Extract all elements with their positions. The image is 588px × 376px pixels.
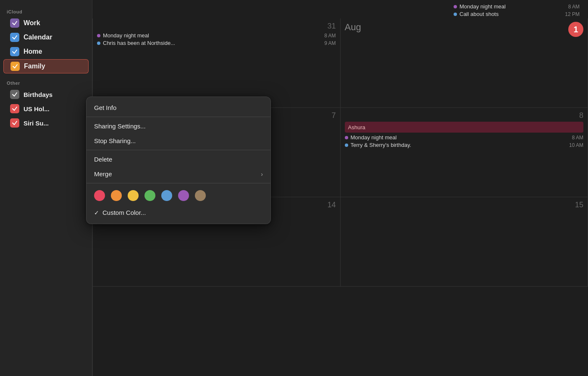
cell-8-event-birthday-title: Terry & Sherry's birthday. xyxy=(351,142,566,148)
cell-8-event-birthday: Terry & Sherry's birthday. 10 AM xyxy=(345,142,584,148)
birthdays-label: Birthdays xyxy=(24,91,52,98)
top-events-col: Monday night meal 8 AM Call about shots … xyxy=(454,3,580,18)
cell-31-event-1-title: Monday night meal xyxy=(103,32,321,39)
sidebar-item-home[interactable]: Home xyxy=(3,45,89,58)
cell-8-event-birthday-dot xyxy=(345,144,348,147)
color-swatches-row xyxy=(87,185,270,206)
cell-aug1-month: Aug xyxy=(345,22,361,33)
cell-15-date: 15 xyxy=(345,201,584,209)
context-menu-sep3 xyxy=(87,183,270,183)
cell-31-date: 31 xyxy=(97,22,336,31)
color-swatch-blue[interactable] xyxy=(161,190,172,201)
delete-label: Delete xyxy=(94,156,112,163)
color-swatch-green[interactable] xyxy=(144,190,155,201)
cell-8-date: 8 xyxy=(345,111,584,120)
sidebar-item-us-holidays[interactable]: US Hol... xyxy=(3,102,89,115)
family-checkbox xyxy=(10,62,20,71)
sidebar-item-work[interactable]: Work xyxy=(3,16,89,30)
cell-31-event-1-dot xyxy=(97,34,100,37)
context-menu-sharing-settings[interactable]: Sharing Settings... xyxy=(87,119,270,133)
context-menu-merge[interactable]: Merge › xyxy=(87,167,270,181)
calendar-cell-31[interactable]: 31 Monday night meal 8 AM Chris has been… xyxy=(93,18,341,108)
other-section-label: Other xyxy=(0,78,92,87)
color-swatch-orange[interactable] xyxy=(111,190,122,201)
cell-aug1-badge: 1 xyxy=(568,22,583,37)
icloud-section-label: iCloud xyxy=(0,7,92,16)
siri-label: Siri Su... xyxy=(24,120,49,127)
cell-31-event-2-time: 9 AM xyxy=(324,40,336,46)
sidebar-item-birthdays[interactable]: Birthdays xyxy=(3,88,89,101)
context-menu-sep1 xyxy=(87,117,270,117)
sidebar-item-siri[interactable]: Siri Su... xyxy=(3,116,89,130)
family-label: Family xyxy=(24,63,45,70)
context-menu: Get Info Sharing Settings... Stop Sharin… xyxy=(86,97,271,224)
context-menu-get-info[interactable]: Get Info xyxy=(87,100,270,115)
work-checkbox xyxy=(10,18,19,28)
context-menu-delete[interactable]: Delete xyxy=(87,152,270,167)
us-holidays-label: US Hol... xyxy=(24,105,50,112)
cell-31-event-1: Monday night meal 8 AM xyxy=(97,32,336,39)
cell-aug1-header: Aug 1 xyxy=(345,22,584,37)
top-event-2-time: 12 PM xyxy=(565,11,580,17)
calendar-cell-8[interactable]: 8 Ashura Monday night meal 8 AM Terry & … xyxy=(341,108,588,197)
context-menu-sep2 xyxy=(87,150,270,150)
sidebar: iCloud Work Calendar Home Family Other B… xyxy=(0,0,92,376)
calendar-label: Calendar xyxy=(24,34,52,41)
color-swatch-brown[interactable] xyxy=(195,190,206,201)
top-events-row: Monday night meal 8 AM Call about shots … xyxy=(92,0,588,18)
custom-color-check: ✓ xyxy=(94,209,99,216)
siri-checkbox xyxy=(10,118,19,128)
top-event-1-dot xyxy=(454,5,457,8)
context-menu-custom-color[interactable]: ✓ Custom Color... xyxy=(87,206,270,220)
top-event-2-title: Call about shots xyxy=(459,11,562,17)
cell-8-event-meal-time: 8 AM xyxy=(572,135,583,141)
birthdays-checkbox xyxy=(10,90,19,99)
calendar-cell-aug1[interactable]: Aug 1 xyxy=(341,18,588,108)
cell-8-event-birthday-time: 10 AM xyxy=(569,142,583,148)
sharing-settings-label: Sharing Settings... xyxy=(94,123,146,130)
top-event-2-dot xyxy=(454,13,457,16)
sidebar-item-calendar[interactable]: Calendar xyxy=(3,31,89,44)
get-info-label: Get Info xyxy=(94,104,116,111)
cell-8-event-meal-title: Monday night meal xyxy=(351,134,569,141)
color-swatch-purple[interactable] xyxy=(178,190,189,201)
cell-8-event-meal: Monday night meal 8 AM xyxy=(345,134,584,141)
home-checkbox xyxy=(10,47,19,56)
top-event-1-title: Monday night meal xyxy=(459,3,565,10)
cell-31-event-2-title: Chris has been at Northside... xyxy=(103,40,321,46)
merge-chevron-icon: › xyxy=(261,171,263,178)
calendar-checkbox xyxy=(10,33,19,42)
custom-color-label: Custom Color... xyxy=(102,209,146,216)
home-label: Home xyxy=(24,48,42,55)
sidebar-item-family[interactable]: Family xyxy=(3,59,89,73)
color-swatch-red[interactable] xyxy=(94,190,105,201)
calendar-cell-15[interactable]: 15 xyxy=(341,197,588,287)
context-menu-stop-sharing[interactable]: Stop Sharing... xyxy=(87,133,270,148)
cell-31-event-2: Chris has been at Northside... 9 AM xyxy=(97,40,336,46)
top-event-2: Call about shots 12 PM xyxy=(454,11,580,17)
cell-31-event-1-time: 8 AM xyxy=(324,33,336,39)
color-swatch-yellow[interactable] xyxy=(128,190,139,201)
us-holidays-checkbox xyxy=(10,104,19,113)
top-event-1: Monday night meal 8 AM xyxy=(454,3,580,10)
work-label: Work xyxy=(24,19,40,27)
cell-8-event-meal-dot xyxy=(345,136,348,139)
cell-8-event-ashura: Ashura xyxy=(345,122,584,133)
merge-label: Merge xyxy=(94,170,112,178)
cell-8-ashura-title: Ashura xyxy=(348,124,365,131)
stop-sharing-label: Stop Sharing... xyxy=(94,137,136,144)
top-event-1-time: 8 AM xyxy=(568,4,580,10)
cell-31-event-2-dot xyxy=(97,42,100,45)
